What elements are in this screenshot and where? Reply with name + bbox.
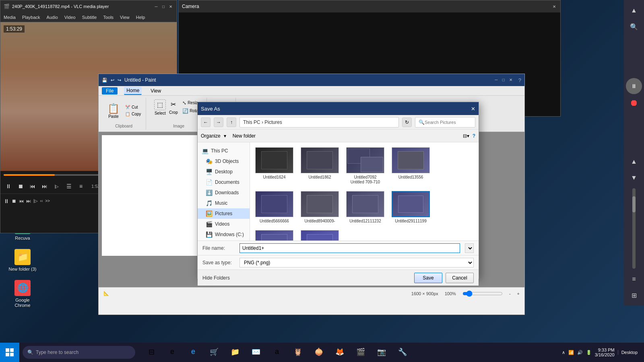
paint-zoom-out[interactable]: - xyxy=(509,291,511,296)
sidebar-documents[interactable]: 📄 Documents xyxy=(198,177,250,187)
filename-input[interactable] xyxy=(239,243,460,253)
file-item-8940009[interactable]: Untitled8940009- xyxy=(299,189,341,225)
taskbar-extra-btn[interactable]: 🔧 xyxy=(393,344,412,360)
vlc-titlebar-controls[interactable]: ─ □ ✕ xyxy=(153,4,173,9)
paint-quick-save[interactable]: 💾 xyxy=(102,78,107,83)
right-panel-pause-btn[interactable]: ⏸ xyxy=(626,78,642,94)
filename-type-dropdown[interactable] xyxy=(465,243,474,253)
hide-folders-btn[interactable]: Hide Folders xyxy=(202,275,230,281)
vlc-ctrl2-stop[interactable]: ⏹ xyxy=(12,198,17,204)
taskbar-store-btn[interactable]: 🛒 xyxy=(204,344,224,360)
file-item-16455555-2[interactable]: Untitled16455555555555555555555555555555… xyxy=(299,228,341,241)
right-panel-scroll-up[interactable]: ▲ xyxy=(627,154,641,169)
ribbon-paste-btn[interactable]: 📋 Paste xyxy=(105,101,122,120)
vlc-playlist-btn[interactable]: ≡ xyxy=(76,181,86,191)
view-toggle-btn[interactable]: ⊟▾ xyxy=(463,133,469,139)
taskbar-mail-btn[interactable]: ✉️ xyxy=(246,344,266,360)
right-panel-scrollbar[interactable] xyxy=(632,188,636,269)
paint-zoom-slider[interactable] xyxy=(462,290,503,297)
vlc-close-btn[interactable]: ✕ xyxy=(168,4,173,9)
save-dialog-help-btn[interactable]: ? xyxy=(473,133,475,139)
vlc-ctrl2-prev[interactable]: ⏮ xyxy=(19,198,24,204)
vlc-menu-video[interactable]: Video xyxy=(64,15,76,20)
file-item-1624[interactable]: Untitled1624 xyxy=(253,146,295,186)
vlc-ctrl2-frame[interactable]: |▷ xyxy=(33,199,38,203)
vlc-frame-btn[interactable]: |▷ xyxy=(52,181,62,191)
sidebar-this-pc[interactable]: 💻 This PC xyxy=(198,146,250,156)
paint-menu-view[interactable]: View xyxy=(148,87,163,95)
vlc-stop-btn[interactable]: ⏹ xyxy=(16,181,25,191)
save-dialog-up-btn[interactable]: ↑ xyxy=(227,117,236,127)
vlc-menu-subtitle[interactable]: Subtitle xyxy=(82,15,97,20)
filetype-select[interactable]: PNG (*.png) JPEG (*.jpg) BMP (*.bmp) GIF… xyxy=(239,258,474,267)
systray-network[interactable]: 📶 xyxy=(568,350,574,355)
taskbar-tripadvisor-btn[interactable]: 🦉 xyxy=(288,344,308,360)
right-panel-record-btn[interactable]: ⏺ xyxy=(627,96,641,110)
paint-quick-redo[interactable]: ↪ xyxy=(118,78,121,83)
new-folder-btn[interactable]: New folder xyxy=(233,133,256,139)
taskbar-edge-btn[interactable]: e xyxy=(163,344,182,360)
paint-menu-home[interactable]: Home xyxy=(124,87,142,95)
taskbar-tor-btn[interactable]: 🧅 xyxy=(309,344,328,360)
taskbar-amazon-btn[interactable]: a xyxy=(267,344,287,360)
right-panel-grid-view[interactable]: ⊞ xyxy=(627,288,641,302)
sidebar-downloads[interactable]: ⬇️ Downloads xyxy=(198,187,250,198)
vlc-menu-audio[interactable]: Audio xyxy=(47,15,58,20)
organize-btn[interactable]: Organize xyxy=(201,133,221,139)
sidebar-3d-objects[interactable]: 🎭 3D Objects xyxy=(198,156,250,167)
vlc-menu-help[interactable]: Help xyxy=(136,15,145,20)
vlc-menu-tools[interactable]: Tools xyxy=(103,15,114,20)
sidebar-windows-c[interactable]: 💾 Windows (C:) xyxy=(198,229,250,240)
right-panel-scroll-down[interactable]: ▼ xyxy=(627,171,641,185)
taskbar-firefox-btn[interactable]: 🦊 xyxy=(330,344,349,360)
vlc-ctrl2-next[interactable]: ⏭ xyxy=(26,198,31,204)
right-panel-arrow-up[interactable]: ▲ xyxy=(627,3,641,18)
sidebar-pictures[interactable]: 🖼️ Pictures xyxy=(198,208,250,219)
sidebar-desktop[interactable]: 🖥️ Desktop xyxy=(198,167,250,177)
save-dialog-breadcrumb[interactable]: This PC › Pictures xyxy=(239,117,399,128)
paint-menu-file[interactable]: File xyxy=(102,87,118,95)
right-panel-list-view[interactable]: ≡ xyxy=(627,272,641,286)
ribbon-select-btn[interactable]: ⬚ xyxy=(154,99,166,110)
cancel-btn[interactable]: Cancel xyxy=(446,273,474,283)
file-item-5666666[interactable]: Untitled5666666 xyxy=(253,189,295,225)
systray-expand[interactable]: ∧ xyxy=(562,350,565,355)
taskbar-camera-btn[interactable]: 📷 xyxy=(372,344,391,360)
paint-help-btn[interactable]: ? xyxy=(518,77,521,83)
save-dialog-search-input[interactable] xyxy=(425,120,461,125)
vlc-play-pause-btn[interactable]: ⏸ xyxy=(4,181,13,191)
right-panel-search[interactable]: 🔍 xyxy=(627,19,641,34)
vlc-ctrl2-slow[interactable]: ‹‹ xyxy=(40,199,43,203)
save-btn[interactable]: Save xyxy=(414,273,442,283)
vlc-ctrl2-fast[interactable]: >> xyxy=(45,199,50,203)
vlc-menu-playback[interactable]: Playback xyxy=(22,15,40,20)
paint-zoom-in[interactable]: + xyxy=(517,291,520,296)
sidebar-recovery-d[interactable]: 💿 RECOVERY (D:) xyxy=(198,240,250,241)
vlc-minimize-btn[interactable]: ─ xyxy=(153,4,159,9)
camera-close-btn[interactable]: ✕ xyxy=(551,4,557,9)
ribbon-copy-btn[interactable]: 📋 Copy xyxy=(124,111,142,117)
taskbar-vlc-btn[interactable]: 🎬 xyxy=(351,344,370,360)
taskbar-search-box[interactable]: 🔍 Type here to search xyxy=(23,346,135,359)
systray-volume[interactable]: 🔊 xyxy=(577,350,583,355)
save-dialog-close-btn[interactable]: ✕ xyxy=(471,106,475,112)
vlc-prev-btn[interactable]: ⏮ xyxy=(28,181,37,191)
file-item-7092[interactable]: Untitled7092Untitled 709-710 xyxy=(344,146,386,186)
ribbon-cut-btn[interactable]: ✂️ Cut xyxy=(124,104,142,110)
vlc-ctrl2-play[interactable]: ⏸ xyxy=(4,198,9,204)
vlc-menu-view[interactable]: View xyxy=(120,15,130,20)
vlc-next-btn[interactable]: ⏭ xyxy=(40,181,50,191)
sidebar-music[interactable]: 🎵 Music xyxy=(198,198,250,208)
systray-clock[interactable]: 9:33 PM 3/16/2020 xyxy=(595,348,615,357)
paint-maximize-btn[interactable]: □ xyxy=(501,77,506,83)
camera-titlebar-controls[interactable]: ✕ xyxy=(551,4,557,9)
taskbar-task-view[interactable]: ⊟ xyxy=(142,344,161,360)
paint-titlebar-controls[interactable]: ─ □ ✕ ? xyxy=(493,77,521,83)
systray-show-desktop[interactable]: Desktop xyxy=(618,350,638,355)
taskbar-start-btn[interactable] xyxy=(0,343,19,362)
ribbon-crop-btn[interactable]: ✂ xyxy=(168,99,178,109)
desktop-icon-chrome[interactable]: 🌐 Google Chrome xyxy=(6,278,39,311)
paint-quick-undo[interactable]: ↩ xyxy=(111,78,114,83)
sidebar-videos[interactable]: 🎬 Videos xyxy=(198,219,250,229)
taskbar-folder-btn[interactable]: 📁 xyxy=(225,344,245,360)
